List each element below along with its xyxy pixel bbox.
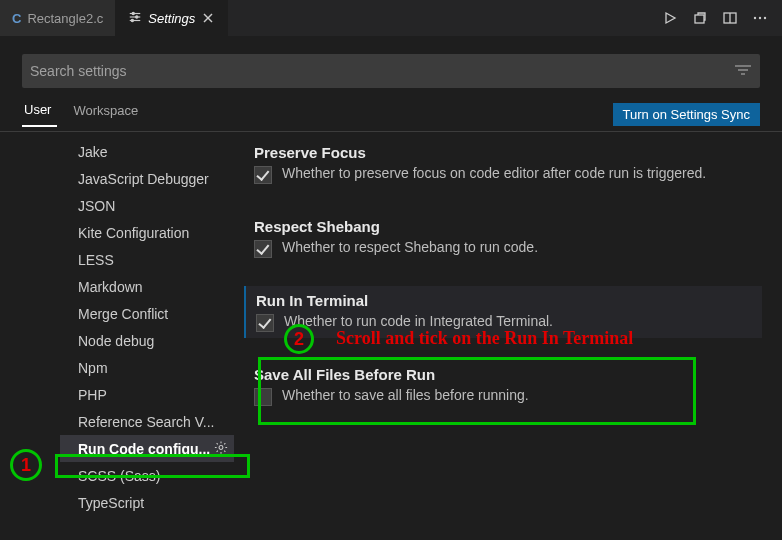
svg-point-14 bbox=[764, 17, 766, 19]
setting-desc: Whether to save all files before running… bbox=[282, 386, 529, 405]
setting-title: Respect Shebang bbox=[254, 218, 752, 235]
sidenav-item[interactable]: JSON bbox=[60, 192, 234, 219]
settings-icon bbox=[128, 10, 142, 27]
svg-point-13 bbox=[759, 17, 761, 19]
svg-rect-9 bbox=[695, 15, 704, 23]
svg-point-3 bbox=[132, 12, 134, 14]
sidenav-item[interactable]: Node debug bbox=[60, 327, 234, 354]
svg-point-18 bbox=[219, 445, 223, 449]
setting-desc: Whether to respect Shebang to run code. bbox=[282, 238, 538, 257]
respect-shebang-checkbox[interactable] bbox=[254, 240, 272, 258]
filter-icon[interactable] bbox=[734, 63, 752, 80]
sidenav-item[interactable]: Merge Conflict bbox=[60, 300, 234, 327]
sidenav-item[interactable]: Markdown bbox=[60, 273, 234, 300]
open-json-icon[interactable] bbox=[692, 10, 708, 26]
sidenav-item[interactable]: Reference Search V... bbox=[60, 408, 234, 435]
tab-label: Settings bbox=[148, 11, 195, 26]
close-icon[interactable] bbox=[201, 11, 215, 25]
scope-row: User Workspace Turn on Settings Sync bbox=[0, 98, 782, 132]
svg-marker-8 bbox=[666, 13, 675, 23]
sidenav-item[interactable]: Kite Configuration bbox=[60, 219, 234, 246]
split-editor-icon[interactable] bbox=[722, 10, 738, 26]
tab-rectangle2[interactable]: C Rectangle2.c bbox=[0, 0, 116, 36]
sidenav-item[interactable]: LESS bbox=[60, 246, 234, 273]
settings-panel: Preserve Focus Whether to preserve focus… bbox=[234, 138, 782, 540]
search-input[interactable] bbox=[30, 63, 734, 79]
tab-label: Rectangle2.c bbox=[27, 11, 103, 26]
svg-point-4 bbox=[136, 15, 138, 17]
sidenav-item[interactable]: PHP bbox=[60, 381, 234, 408]
preserve-focus-checkbox[interactable] bbox=[254, 166, 272, 184]
editor-actions bbox=[648, 10, 782, 26]
setting-desc: Whether to run code in Integrated Termin… bbox=[284, 312, 553, 331]
tab-bar: C Rectangle2.c Settings bbox=[0, 0, 782, 36]
gear-icon[interactable] bbox=[214, 440, 228, 457]
setting-desc: Whether to preserve focus on code editor… bbox=[282, 164, 706, 183]
c-file-icon: C bbox=[12, 11, 21, 26]
run-in-terminal-checkbox[interactable] bbox=[256, 314, 274, 332]
tab-settings[interactable]: Settings bbox=[116, 0, 228, 36]
sidenav-item[interactable]: Npm bbox=[60, 354, 234, 381]
setting-run-in-terminal: Run In Terminal Whether to run code in I… bbox=[244, 286, 762, 338]
setting-title: Preserve Focus bbox=[254, 144, 752, 161]
settings-sync-button[interactable]: Turn on Settings Sync bbox=[613, 103, 760, 126]
sidenav-item[interactable]: SCSS (Sass) bbox=[60, 462, 234, 489]
setting-title: Run In Terminal bbox=[256, 292, 752, 309]
svg-point-12 bbox=[754, 17, 756, 19]
scope-workspace[interactable]: Workspace bbox=[71, 103, 144, 126]
sidenav-item[interactable]: JavaScript Debugger bbox=[60, 165, 234, 192]
run-icon[interactable] bbox=[662, 10, 678, 26]
setting-title: Save All Files Before Run bbox=[254, 366, 752, 383]
more-icon[interactable] bbox=[752, 10, 768, 26]
setting-respect-shebang: Respect Shebang Whether to respect Sheba… bbox=[244, 212, 762, 264]
scope-user[interactable]: User bbox=[22, 102, 57, 127]
save-all-checkbox[interactable] bbox=[254, 388, 272, 406]
setting-preserve-focus: Preserve Focus Whether to preserve focus… bbox=[244, 138, 762, 190]
sidenav-item[interactable]: Run Code configu... bbox=[60, 435, 234, 462]
settings-search-row bbox=[22, 54, 760, 88]
svg-point-5 bbox=[132, 19, 134, 21]
sidenav-item[interactable]: TypeScript bbox=[60, 489, 234, 516]
sidenav-item[interactable]: Jake bbox=[60, 138, 234, 165]
settings-tree[interactable]: JakeJavaScript DebuggerJSONKite Configur… bbox=[0, 138, 234, 540]
setting-save-all: Save All Files Before Run Whether to sav… bbox=[244, 360, 762, 412]
